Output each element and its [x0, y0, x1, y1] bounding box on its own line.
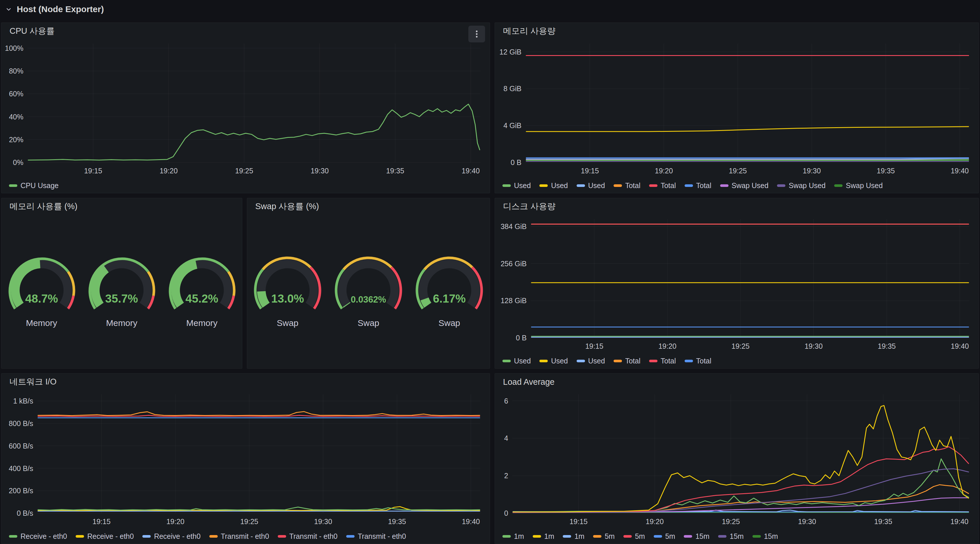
legend-color-pill: [577, 184, 585, 187]
gauge-label: Memory: [86, 318, 158, 328]
legend-item[interactable]: Used: [577, 181, 605, 190]
svg-text:0%: 0%: [13, 159, 23, 167]
svg-text:19:40: 19:40: [951, 167, 969, 175]
legend-color-pill: [539, 184, 548, 187]
panel-header[interactable]: 네트워크 I/O: [2, 374, 490, 390]
legend-label: Used: [514, 357, 531, 365]
disk-usage-chart[interactable]: 19:1519:2019:2519:3019:3519:400 B128 GiB…: [496, 215, 977, 354]
legend-label: Swap Used: [732, 181, 768, 190]
svg-text:40%: 40%: [9, 113, 23, 121]
svg-text:19:25: 19:25: [235, 167, 253, 175]
legend-item[interactable]: 5m: [593, 532, 615, 541]
cpu-usage-chart[interactable]: 19:1519:2019:2519:3019:3519:400%20%40%60…: [3, 40, 488, 179]
legend-item[interactable]: CPU Usage: [9, 181, 59, 190]
legend-item[interactable]: Total: [614, 357, 640, 365]
svg-text:19:20: 19:20: [658, 342, 676, 350]
panel-header[interactable]: CPU 사용률: [2, 23, 490, 40]
svg-text:20%: 20%: [9, 136, 23, 144]
disk-legend: UsedUsedUsedTotalTotalTotal: [503, 355, 976, 367]
panel-header[interactable]: Swap 사용률 (%): [247, 198, 490, 215]
legend-color-pill: [720, 184, 729, 187]
legend-color-pill: [346, 535, 355, 538]
gauge: 35.7%Memory: [86, 255, 158, 328]
legend-item[interactable]: 5m: [624, 532, 645, 541]
gauge: 48.7%Memory: [5, 255, 78, 328]
legend-item[interactable]: Total: [649, 357, 676, 365]
svg-text:19:30: 19:30: [803, 167, 821, 175]
legend-color-pill: [9, 535, 18, 538]
legend-label: 5m: [635, 532, 645, 541]
legend-color-pill: [777, 184, 785, 187]
panel-network-io: 네트워크 I/O 19:1519:2019:2519:3019:3519:400…: [1, 373, 490, 544]
svg-text:100%: 100%: [5, 44, 23, 52]
svg-text:19:35: 19:35: [386, 167, 404, 175]
svg-text:19:15: 19:15: [570, 517, 588, 525]
legend-item[interactable]: Swap Used: [777, 181, 826, 190]
legend-label: Receive - eth0: [154, 532, 200, 541]
legend-item[interactable]: Total: [685, 357, 711, 365]
legend-item[interactable]: 1m: [563, 532, 584, 541]
legend-item[interactable]: Total: [685, 181, 711, 190]
svg-text:800 B/s: 800 B/s: [9, 419, 33, 427]
legend-item[interactable]: Total: [649, 181, 676, 190]
legend-label: Swap Used: [846, 181, 883, 190]
legend-color-pill: [209, 535, 218, 538]
legend-item[interactable]: Used: [539, 357, 568, 365]
legend-item[interactable]: Transmit - eth0: [209, 532, 269, 541]
legend-color-pill: [649, 184, 657, 187]
svg-text:384 GiB: 384 GiB: [501, 222, 527, 230]
legend-label: Transmit - eth0: [290, 532, 337, 541]
legend-color-pill: [593, 535, 601, 538]
svg-text:600 B/s: 600 B/s: [9, 442, 33, 450]
panel-header[interactable]: 메모리 사용량: [495, 23, 978, 40]
legend-label: 1m: [514, 532, 524, 541]
legend-item[interactable]: Used: [503, 357, 531, 365]
legend-item[interactable]: 15m: [752, 532, 778, 541]
panel-title: 메모리 사용량: [495, 25, 555, 37]
legend-label: 15m: [695, 532, 710, 541]
legend-item[interactable]: Transmit - eth0: [278, 532, 337, 541]
svg-text:19:35: 19:35: [878, 342, 896, 350]
legend-item[interactable]: 5m: [654, 532, 675, 541]
legend-label: Receive - eth0: [21, 532, 67, 541]
network-io-chart[interactable]: 19:1519:2019:2519:3019:3519:400 B/s200 B…: [3, 390, 488, 529]
gauge-label: Swap: [413, 318, 485, 328]
legend-item[interactable]: 15m: [684, 532, 710, 541]
gauge-label: Memory: [166, 318, 238, 328]
legend-item[interactable]: Receive - eth0: [76, 532, 134, 541]
legend-item[interactable]: 1m: [533, 532, 554, 541]
legend-label: Used: [551, 181, 568, 190]
legend-item[interactable]: Receive - eth0: [142, 532, 200, 541]
svg-text:19:30: 19:30: [798, 517, 816, 525]
legend-label: Used: [588, 357, 605, 365]
dashboard-row-header[interactable]: Host (Node Exporter): [0, 0, 980, 19]
legend-color-pill: [577, 360, 585, 362]
legend-color-pill: [142, 535, 151, 538]
legend-item[interactable]: Receive - eth0: [9, 532, 67, 541]
svg-text:19:40: 19:40: [950, 517, 969, 525]
panel-header[interactable]: 메모리 사용률 (%): [2, 198, 242, 215]
legend-color-pill: [503, 184, 511, 187]
panel-header[interactable]: Load Average: [495, 374, 978, 390]
svg-text:19:20: 19:20: [160, 167, 178, 175]
legend-item[interactable]: Used: [539, 181, 568, 190]
gauge: 13.0%Swap: [251, 255, 324, 328]
svg-text:19:40: 19:40: [462, 167, 480, 175]
legend-item[interactable]: Transmit - eth0: [346, 532, 406, 541]
legend-item[interactable]: 1m: [503, 532, 524, 541]
legend-item[interactable]: 15m: [718, 532, 744, 541]
svg-text:45.2%: 45.2%: [185, 292, 218, 305]
legend-item[interactable]: Swap Used: [834, 181, 883, 190]
load-average-chart[interactable]: 19:1519:2019:2519:3019:3519:400246: [496, 390, 977, 529]
legend-item[interactable]: Total: [614, 181, 640, 190]
legend-label: Total: [661, 181, 676, 190]
legend-item[interactable]: Used: [503, 181, 531, 190]
legend-item[interactable]: Swap Used: [720, 181, 768, 190]
legend-label: Used: [588, 181, 605, 190]
gauge-label: Swap: [251, 318, 324, 328]
svg-text:200 B/s: 200 B/s: [9, 487, 33, 495]
panel-header[interactable]: 디스크 사용량: [495, 198, 978, 215]
legend-item[interactable]: Used: [577, 357, 605, 365]
memory-usage-chart[interactable]: 19:1519:2019:2519:3019:3519:400 B4 GiB8 …: [496, 40, 977, 179]
svg-text:6: 6: [504, 397, 508, 405]
